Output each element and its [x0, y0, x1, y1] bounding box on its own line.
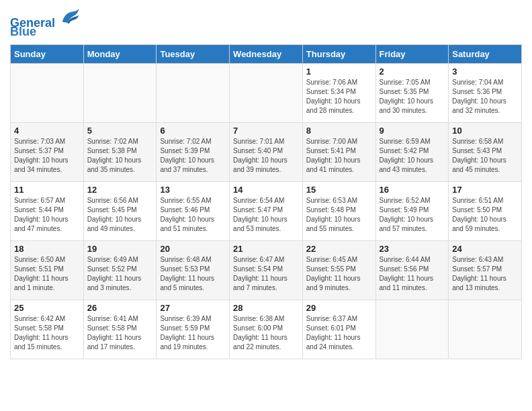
day-number: 16 [380, 185, 445, 195]
calendar-cell: 5Sunrise: 7:02 AM Sunset: 5:38 PM Daylig… [83, 122, 157, 181]
day-number: 28 [233, 303, 299, 313]
day-number: 17 [452, 185, 518, 195]
day-number: 25 [14, 303, 80, 313]
calendar-cell: 23Sunrise: 6:44 AM Sunset: 5:56 PM Dayli… [375, 240, 449, 300]
col-header-sunday: Sunday [11, 44, 84, 63]
day-info: Sunrise: 6:42 AM Sunset: 5:58 PM Dayligh… [14, 314, 80, 352]
calendar-cell [157, 63, 230, 122]
calendar-cell: 8Sunrise: 7:00 AM Sunset: 5:41 PM Daylig… [302, 122, 375, 181]
day-info: Sunrise: 6:54 AM Sunset: 5:47 PM Dayligh… [233, 196, 299, 234]
day-info: Sunrise: 6:57 AM Sunset: 5:44 PM Dayligh… [14, 196, 80, 234]
calendar-cell: 17Sunrise: 6:51 AM Sunset: 5:50 PM Dayli… [449, 181, 522, 240]
day-info: Sunrise: 6:45 AM Sunset: 5:55 PM Dayligh… [306, 255, 372, 293]
calendar-week-0: 1Sunrise: 7:06 AM Sunset: 5:34 PM Daylig… [11, 63, 522, 122]
day-info: Sunrise: 6:56 AM Sunset: 5:45 PM Dayligh… [87, 196, 153, 234]
day-number: 10 [452, 126, 518, 136]
calendar-cell [11, 63, 84, 122]
day-number: 13 [160, 185, 226, 195]
day-number: 22 [306, 244, 372, 254]
col-header-saturday: Saturday [449, 44, 522, 63]
day-info: Sunrise: 7:04 AM Sunset: 5:36 PM Dayligh… [452, 78, 518, 116]
day-number: 4 [14, 126, 80, 136]
calendar-table: SundayMondayTuesdayWednesdayThursdayFrid… [10, 44, 522, 359]
calendar-cell: 28Sunrise: 6:38 AM Sunset: 6:00 PM Dayli… [230, 300, 303, 359]
day-number: 6 [160, 126, 226, 136]
calendar-cell: 6Sunrise: 7:02 AM Sunset: 5:39 PM Daylig… [157, 122, 230, 181]
col-header-thursday: Thursday [302, 44, 375, 63]
day-info: Sunrise: 6:52 AM Sunset: 5:49 PM Dayligh… [380, 196, 445, 234]
calendar-cell: 11Sunrise: 6:57 AM Sunset: 5:44 PM Dayli… [11, 181, 84, 240]
day-number: 23 [380, 244, 445, 254]
day-number: 8 [306, 126, 372, 136]
page-container: General Blue SundayMondayTuesdayWednesda… [0, 0, 532, 366]
calendar-cell: 7Sunrise: 7:01 AM Sunset: 5:40 PM Daylig… [230, 122, 303, 181]
calendar-cell: 10Sunrise: 6:58 AM Sunset: 5:43 PM Dayli… [449, 122, 522, 181]
day-info: Sunrise: 7:00 AM Sunset: 5:41 PM Dayligh… [306, 137, 372, 175]
day-info: Sunrise: 6:47 AM Sunset: 5:54 PM Dayligh… [233, 255, 299, 293]
calendar-cell: 12Sunrise: 6:56 AM Sunset: 5:45 PM Dayli… [83, 181, 157, 240]
day-info: Sunrise: 6:37 AM Sunset: 6:01 PM Dayligh… [306, 314, 372, 352]
calendar-week-3: 18Sunrise: 6:50 AM Sunset: 5:51 PM Dayli… [11, 240, 522, 300]
page-header: General Blue [10, 7, 522, 39]
calendar-cell: 29Sunrise: 6:37 AM Sunset: 6:01 PM Dayli… [302, 300, 375, 359]
day-number: 5 [87, 126, 153, 136]
day-info: Sunrise: 7:05 AM Sunset: 5:35 PM Dayligh… [380, 78, 445, 116]
day-info: Sunrise: 6:38 AM Sunset: 6:00 PM Dayligh… [233, 314, 299, 352]
calendar-cell: 22Sunrise: 6:45 AM Sunset: 5:55 PM Dayli… [302, 240, 375, 300]
logo: General Blue [10, 7, 80, 39]
day-info: Sunrise: 6:39 AM Sunset: 5:59 PM Dayligh… [160, 314, 226, 352]
calendar-cell [230, 63, 303, 122]
day-number: 21 [233, 244, 299, 254]
day-info: Sunrise: 6:41 AM Sunset: 5:58 PM Dayligh… [87, 314, 153, 352]
day-info: Sunrise: 6:50 AM Sunset: 5:51 PM Dayligh… [14, 255, 80, 293]
calendar-cell: 9Sunrise: 6:59 AM Sunset: 5:42 PM Daylig… [375, 122, 449, 181]
day-info: Sunrise: 7:02 AM Sunset: 5:38 PM Dayligh… [87, 137, 153, 175]
day-number: 14 [233, 185, 299, 195]
calendar-cell: 20Sunrise: 6:48 AM Sunset: 5:53 PM Dayli… [157, 240, 230, 300]
calendar-cell [449, 300, 522, 359]
calendar-cell: 25Sunrise: 6:42 AM Sunset: 5:58 PM Dayli… [11, 300, 84, 359]
calendar-week-1: 4Sunrise: 7:03 AM Sunset: 5:37 PM Daylig… [11, 122, 522, 181]
day-number: 26 [87, 303, 153, 313]
calendar-cell: 4Sunrise: 7:03 AM Sunset: 5:37 PM Daylig… [11, 122, 84, 181]
col-header-monday: Monday [83, 44, 157, 63]
day-number: 27 [160, 303, 226, 313]
day-info: Sunrise: 6:51 AM Sunset: 5:50 PM Dayligh… [452, 196, 518, 234]
calendar-header-row: SundayMondayTuesdayWednesdayThursdayFrid… [11, 44, 522, 63]
calendar-cell: 13Sunrise: 6:55 AM Sunset: 5:46 PM Dayli… [157, 181, 230, 240]
calendar-cell: 1Sunrise: 7:06 AM Sunset: 5:34 PM Daylig… [302, 63, 375, 122]
calendar-cell: 2Sunrise: 7:05 AM Sunset: 5:35 PM Daylig… [375, 63, 449, 122]
day-info: Sunrise: 7:01 AM Sunset: 5:40 PM Dayligh… [233, 137, 299, 175]
day-number: 19 [87, 244, 153, 254]
calendar-cell [375, 300, 449, 359]
day-info: Sunrise: 6:44 AM Sunset: 5:56 PM Dayligh… [380, 255, 445, 293]
day-info: Sunrise: 7:02 AM Sunset: 5:39 PM Dayligh… [160, 137, 226, 175]
calendar-cell: 27Sunrise: 6:39 AM Sunset: 5:59 PM Dayli… [157, 300, 230, 359]
col-header-tuesday: Tuesday [157, 44, 230, 63]
calendar-week-4: 25Sunrise: 6:42 AM Sunset: 5:58 PM Dayli… [11, 300, 522, 359]
calendar-cell [83, 63, 157, 122]
logo-bird-icon [60, 7, 80, 27]
day-info: Sunrise: 6:58 AM Sunset: 5:43 PM Dayligh… [452, 137, 518, 175]
day-number: 18 [14, 244, 80, 254]
day-number: 20 [160, 244, 226, 254]
day-info: Sunrise: 6:59 AM Sunset: 5:42 PM Dayligh… [380, 137, 445, 175]
day-number: 7 [233, 126, 299, 136]
day-number: 9 [380, 126, 445, 136]
day-number: 24 [452, 244, 518, 254]
day-info: Sunrise: 7:06 AM Sunset: 5:34 PM Dayligh… [306, 78, 372, 116]
day-number: 12 [87, 185, 153, 195]
day-info: Sunrise: 7:03 AM Sunset: 5:37 PM Dayligh… [14, 137, 80, 175]
day-number: 1 [306, 66, 372, 77]
calendar-week-2: 11Sunrise: 6:57 AM Sunset: 5:44 PM Dayli… [11, 181, 522, 240]
day-info: Sunrise: 6:48 AM Sunset: 5:53 PM Dayligh… [160, 255, 226, 293]
calendar-cell: 15Sunrise: 6:53 AM Sunset: 5:48 PM Dayli… [302, 181, 375, 240]
day-number: 15 [306, 185, 372, 195]
day-number: 11 [14, 185, 80, 195]
col-header-wednesday: Wednesday [230, 44, 303, 63]
calendar-cell: 19Sunrise: 6:49 AM Sunset: 5:52 PM Dayli… [83, 240, 157, 300]
day-info: Sunrise: 6:55 AM Sunset: 5:46 PM Dayligh… [160, 196, 226, 234]
calendar-cell: 16Sunrise: 6:52 AM Sunset: 5:49 PM Dayli… [375, 181, 449, 240]
col-header-friday: Friday [375, 44, 449, 63]
calendar-cell: 14Sunrise: 6:54 AM Sunset: 5:47 PM Dayli… [230, 181, 303, 240]
